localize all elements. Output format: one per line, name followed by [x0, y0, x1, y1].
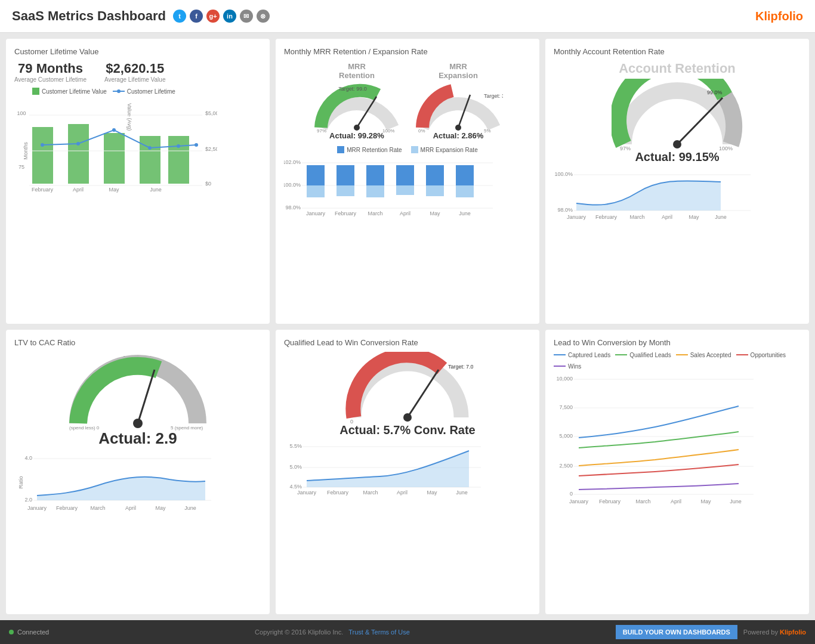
svg-text:June: June: [459, 210, 471, 216]
svg-text:March: March: [368, 210, 382, 216]
account-retention-card: Monthly Account Retention Rate Account R…: [545, 39, 809, 324]
svg-text:January: January: [569, 499, 589, 504]
legend-bar-label: Customer Lifetime Value: [42, 88, 107, 95]
header: SaaS Metrics Dashboard t f g+ in ✉ ⊗ Kli…: [0, 0, 815, 33]
linkedin-icon[interactable]: in: [223, 10, 236, 23]
conv-actual: Actual: 5.7% Conv. Rate: [284, 423, 531, 437]
twitter-icon[interactable]: t: [173, 10, 186, 23]
google-icon[interactable]: g+: [206, 10, 220, 23]
svg-point-93: [403, 413, 412, 422]
svg-text:100%: 100%: [719, 145, 733, 151]
svg-text:May: May: [155, 505, 166, 511]
avg-lifetime-label: Average Customer Lifetime: [14, 76, 87, 83]
mrr-card: Monthly MRR Retention / Expansion Rate M…: [276, 39, 539, 324]
powered-by: Powered by Klipfolio: [743, 628, 806, 636]
wins-legend: Wins: [554, 363, 581, 370]
svg-text:Months: Months: [23, 142, 29, 160]
svg-text:April: April: [400, 210, 410, 216]
svg-line-92: [407, 370, 439, 417]
svg-text:June: June: [715, 214, 727, 220]
ar-chart-svg: 100.0% 98.0% January February March Apri…: [554, 169, 757, 222]
clv-chart: 100 75 Value (Avg) $5,000 $2,500 $0: [14, 97, 261, 195]
ltv-title: LTV to CAC Ratio: [14, 338, 261, 347]
build-button[interactable]: BUILD YOUR OWN DASHBOARDS: [616, 625, 737, 639]
legend-line-color: [113, 91, 125, 92]
qualified-leads-color: [615, 354, 627, 355]
svg-rect-43: [337, 165, 354, 185]
svg-text:January: January: [297, 490, 317, 496]
clv-svg: 100 75 Value (Avg) $5,000 $2,500 $0: [14, 97, 217, 193]
mrr-chart-svg: 102.0% 100.0% 98.0%: [284, 157, 499, 216]
captured-leads-label: Captured Leads: [568, 352, 610, 358]
mrr-expansion-label: MRRExpansion: [413, 62, 503, 80]
svg-text:May: May: [427, 490, 437, 496]
svg-text:5%: 5%: [484, 128, 491, 134]
legend-line: Customer Lifetime: [113, 88, 175, 95]
avg-value-metric: $2,620.15 Average Lifetime Value: [104, 61, 165, 83]
avg-value-label: Average Lifetime Value: [104, 76, 165, 83]
ltv-gauge: Target: 3.0 (spend less) 0 5 (spend more…: [14, 352, 261, 438]
svg-text:10,000: 10,000: [556, 376, 573, 382]
svg-text:$2,500: $2,500: [205, 146, 217, 152]
svg-text:Value (Avg): Value (Avg): [126, 103, 132, 131]
svg-text:99.0%: 99.0%: [707, 89, 723, 95]
retention-gauge-svg: Target: 99.0 97% 100%: [312, 80, 402, 134]
legend-line-label: Customer Lifetime: [127, 88, 175, 95]
footer-left: Connected: [9, 628, 49, 636]
svg-text:April: April: [397, 490, 407, 496]
social-icons: t f g+ in ✉ ⊗: [173, 10, 270, 23]
svg-text:April: April: [125, 505, 136, 511]
qualified-leads-legend: Qualified Leads: [615, 352, 671, 358]
footer: Connected Copyright © 2016 Klipfolio Inc…: [0, 620, 815, 644]
header-left: SaaS Metrics Dashboard t f g+ in ✉ ⊗: [12, 8, 270, 24]
svg-text:100%: 100%: [382, 128, 394, 134]
svg-text:February: February: [32, 187, 54, 193]
svg-text:May: May: [109, 187, 119, 193]
mrr-legend-dark-color: [337, 146, 344, 153]
facebook-icon[interactable]: f: [190, 10, 203, 23]
svg-text:4.5%: 4.5%: [289, 484, 302, 490]
svg-text:February: February: [599, 499, 621, 504]
ar-chart: 100.0% 98.0% January February March Apri…: [554, 169, 801, 225]
ltv-actual: Actual: 2.9: [14, 429, 261, 448]
svg-rect-50: [426, 185, 444, 196]
clv-legend: Customer Lifetime Value Customer Lifetim…: [32, 88, 261, 95]
svg-text:May: May: [689, 214, 699, 220]
ltv-cac-card: LTV to CAC Ratio Target: 3.0 (spend less…: [6, 330, 270, 615]
opportunities-legend: Opportunities: [736, 352, 786, 358]
svg-text:4.0: 4.0: [24, 455, 32, 461]
svg-rect-46: [366, 185, 384, 197]
lead-win-svg: 10,000 7,500 5,000 2,500 0: [554, 373, 757, 504]
svg-point-14: [148, 146, 152, 150]
svg-text:Target: 3.5: Target: 3.5: [484, 93, 503, 99]
powered-logo: Klipfolio: [780, 628, 806, 636]
svg-rect-47: [396, 165, 414, 185]
email-icon[interactable]: ✉: [240, 10, 253, 23]
svg-text:(spend less) 0: (spend less) 0: [69, 425, 100, 431]
svg-point-34: [455, 125, 461, 131]
conv-rate-card: Qualified Lead to Win Conversion Rate Ta…: [276, 330, 539, 615]
conv-gauge: Target: 7.0% 0: [284, 352, 531, 429]
svg-text:June: June: [456, 490, 468, 496]
svg-rect-48: [396, 185, 414, 195]
svg-text:January: January: [27, 505, 47, 511]
svg-text:March: March: [635, 499, 650, 504]
wins-color: [554, 366, 566, 367]
svg-text:102.0%: 102.0%: [284, 159, 301, 165]
ar-subtitle: Account Retention: [554, 61, 801, 76]
svg-text:March: March: [629, 214, 644, 220]
mrr-title: Monthly MRR Retention / Expansion Rate: [284, 47, 531, 56]
svg-text:98.0%: 98.0%: [557, 207, 573, 213]
conv-chart: 5.5% 5.0% 4.5% January February March Ap…: [284, 442, 531, 498]
svg-text:7,500: 7,500: [559, 404, 573, 410]
svg-text:May: May: [700, 499, 711, 504]
conv-gauge-svg: Target: 7.0% 0: [342, 352, 473, 429]
klipfolio-logo: Klipfolio: [755, 10, 803, 23]
trust-link[interactable]: Trust & Terms of Use: [348, 628, 410, 636]
svg-point-78: [133, 419, 143, 428]
sales-accepted-label: Sales Accepted: [690, 352, 731, 358]
svg-text:June: June: [150, 187, 162, 193]
share-icon[interactable]: ⊗: [257, 10, 270, 23]
svg-text:100: 100: [17, 110, 26, 116]
svg-point-16: [195, 143, 198, 147]
